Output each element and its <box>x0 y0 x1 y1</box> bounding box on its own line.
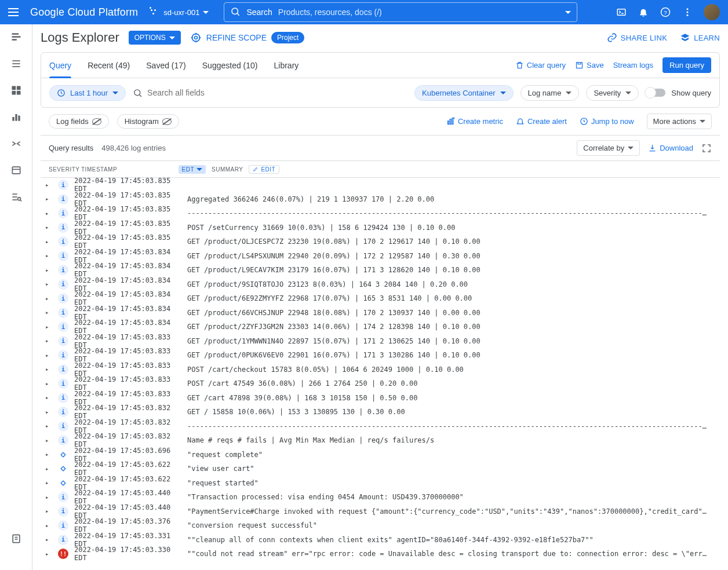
expand-icon[interactable]: ▸ <box>45 394 54 401</box>
rail-dashboard-icon[interactable] <box>9 83 23 97</box>
table-row[interactable]: ▸i2022-04-19 17:45:03.832 EDTGET / 15858… <box>41 405 720 419</box>
table-row[interactable]: ▸i2022-04-19 17:45:03.834 EDTGET /produc… <box>41 249 720 264</box>
table-row[interactable]: ▸i2022-04-19 17:45:03.833 EDTGET /produc… <box>41 334 720 349</box>
tab-saved[interactable]: Saved (17) <box>146 53 185 78</box>
expand-icon[interactable]: ▸ <box>45 224 54 231</box>
rail-pin-icon[interactable] <box>9 532 23 546</box>
chevron-down-icon[interactable] <box>565 11 571 14</box>
share-link-button[interactable]: SHARE LINK <box>607 32 667 43</box>
show-query-toggle[interactable]: Show query <box>646 89 711 97</box>
severity-chip[interactable]: Severity <box>586 85 639 101</box>
table-row[interactable]: ▸i2022-04-19 17:45:03.331 EDT""cleanup a… <box>41 533 720 547</box>
expand-icon[interactable]: ▸ <box>45 309 54 316</box>
table-row[interactable]: ▸2022-04-19 17:45:03.622 EDT"view user c… <box>41 462 720 476</box>
expand-icon[interactable]: ▸ <box>45 550 54 558</box>
log-name-chip[interactable]: Log name <box>520 85 580 101</box>
table-row[interactable]: ▸i2022-04-19 17:45:03.833 EDTGET /produc… <box>41 348 720 363</box>
expand-icon[interactable]: ▸ <box>45 422 54 430</box>
learn-button[interactable]: LEARN <box>680 32 720 43</box>
table-row[interactable]: ▸i2022-04-19 17:45:03.376 EDT"conversion… <box>41 518 720 533</box>
expand-icon[interactable]: ▸ <box>45 380 54 388</box>
avatar[interactable] <box>704 4 720 20</box>
rail-storage-icon[interactable] <box>9 163 23 177</box>
table-row[interactable]: ▸i2022-04-19 17:45:03.833 EDTGET /cart 4… <box>41 391 720 405</box>
expand-icon[interactable]: ▸ <box>45 522 54 529</box>
expand-icon[interactable]: ▸ <box>45 366 54 373</box>
expand-icon[interactable]: ▸ <box>45 181 54 189</box>
run-query-button[interactable]: Run query <box>663 57 711 73</box>
more-actions-button[interactable]: More actions <box>647 114 712 129</box>
fullscreen-icon[interactable] <box>701 143 712 154</box>
search-box[interactable]: Search <box>224 2 577 22</box>
table-row[interactable]: ▸2022-04-19 17:45:03.622 EDT"request sta… <box>41 476 720 491</box>
search-fields-input[interactable] <box>147 88 321 97</box>
create-alert-button[interactable]: Create alert <box>516 117 567 126</box>
expand-icon[interactable]: ▸ <box>45 408 54 416</box>
table-row[interactable]: ▸i2022-04-19 17:45:03.835 EDTPOST /setCu… <box>41 221 720 235</box>
expand-icon[interactable]: ▸ <box>45 252 54 260</box>
refine-scope-button[interactable]: REFINE SCOPE Project <box>190 32 305 43</box>
more-icon[interactable] <box>682 6 693 18</box>
search-input[interactable] <box>278 8 560 17</box>
jump-to-now-button[interactable]: Jump to now <box>580 117 634 126</box>
expand-icon[interactable]: ▸ <box>45 266 54 274</box>
gcp-logo[interactable]: Google Cloud Platform <box>30 6 138 19</box>
project-selector[interactable]: sd-uxr-001 <box>150 7 209 17</box>
timezone-chip[interactable]: EDT <box>179 165 206 174</box>
time-range-chip[interactable]: Last 1 hour <box>49 85 126 101</box>
expand-icon[interactable]: ▸ <box>45 507 54 515</box>
sort-icon[interactable] <box>123 166 130 173</box>
tab-suggested[interactable]: Suggested (10) <box>202 53 258 78</box>
table-row[interactable]: ▸i2022-04-19 17:45:03.834 EDTGET /produc… <box>41 277 720 292</box>
save-button[interactable]: Save <box>575 61 604 70</box>
table-row[interactable]: ▸i2022-04-19 17:45:03.440 EDT"Transactio… <box>41 490 720 505</box>
tab-recent[interactable]: Recent (49) <box>88 53 130 78</box>
table-row[interactable]: ▸i2022-04-19 17:45:03.835 EDTAggregated … <box>41 192 720 207</box>
resource-chip[interactable]: Kubernetes Container <box>414 85 513 101</box>
table-row[interactable]: ▸i2022-04-19 17:45:03.834 EDTGET /produc… <box>41 306 720 320</box>
cloud-shell-icon[interactable] <box>616 6 627 18</box>
stream-logs-button[interactable]: Stream logs <box>613 61 653 70</box>
expand-icon[interactable]: ▸ <box>45 195 54 203</box>
clear-query-button[interactable]: Clear query <box>515 61 566 70</box>
col-timestamp[interactable]: TIMESTAMP EDT <box>81 165 206 174</box>
rail-analytics-icon[interactable] <box>9 190 23 204</box>
nav-menu-icon[interactable] <box>8 5 22 19</box>
table-row[interactable]: ▸i2022-04-19 17:45:03.440 EDT"PaymentSer… <box>41 505 720 519</box>
tab-query[interactable]: Query <box>49 53 71 78</box>
table-row[interactable]: ▸i2022-04-19 17:45:03.834 EDTGET /produc… <box>41 291 720 306</box>
download-button[interactable]: Download <box>648 144 693 152</box>
expand-icon[interactable]: ▸ <box>45 536 54 543</box>
rail-router-icon[interactable] <box>9 137 23 151</box>
histogram-toggle[interactable]: Histogram <box>117 114 179 129</box>
table-row[interactable]: ▸i2022-04-19 17:45:03.833 EDTPOST /cart … <box>41 377 720 391</box>
table-row[interactable]: ▸i2022-04-19 17:45:03.834 EDTGET /produc… <box>41 320 720 334</box>
table-row[interactable]: ▸i2022-04-19 17:45:03.835 EDT <box>41 178 720 192</box>
edit-summary-button[interactable]: EDIT <box>249 165 279 174</box>
expand-icon[interactable]: ▸ <box>45 451 54 458</box>
correlate-by-button[interactable]: Correlate by <box>577 140 640 156</box>
help-icon[interactable]: ? <box>660 6 671 18</box>
rail-metrics-icon[interactable] <box>9 110 23 124</box>
expand-icon[interactable]: ▸ <box>45 494 54 501</box>
expand-icon[interactable]: ▸ <box>45 280 54 288</box>
rail-logs-explorer-icon[interactable] <box>9 30 23 44</box>
options-button[interactable]: OPTIONS <box>129 31 181 45</box>
table-row[interactable]: ▸i2022-04-19 17:45:03.833 EDTPOST /cart/… <box>41 363 720 377</box>
table-row[interactable]: ▸i2022-04-19 17:45:03.835 EDT-----------… <box>41 206 720 221</box>
expand-icon[interactable]: ▸ <box>45 238 54 246</box>
table-row[interactable]: ▸i2022-04-19 17:45:03.834 EDTGET /produc… <box>41 263 720 277</box>
expand-icon[interactable]: ▸ <box>45 323 54 331</box>
log-rows[interactable]: ▸i2022-04-19 17:45:03.835 EDT▸i2022-04-1… <box>41 178 720 560</box>
notifications-icon[interactable] <box>638 6 649 18</box>
col-severity[interactable]: SEVERITY <box>45 166 81 173</box>
expand-icon[interactable]: ▸ <box>45 295 54 302</box>
create-metric-button[interactable]: Create metric <box>446 117 503 126</box>
expand-icon[interactable]: ▸ <box>45 479 54 487</box>
table-row[interactable]: ▸i2022-04-19 17:45:03.835 EDTGET /produc… <box>41 235 720 249</box>
expand-icon[interactable]: ▸ <box>45 465 54 473</box>
expand-icon[interactable]: ▸ <box>45 352 54 359</box>
table-row[interactable]: ▸i2022-04-19 17:45:03.832 EDT-----------… <box>41 419 720 434</box>
tab-library[interactable]: Library <box>274 53 299 78</box>
toggle-switch[interactable] <box>646 89 665 97</box>
